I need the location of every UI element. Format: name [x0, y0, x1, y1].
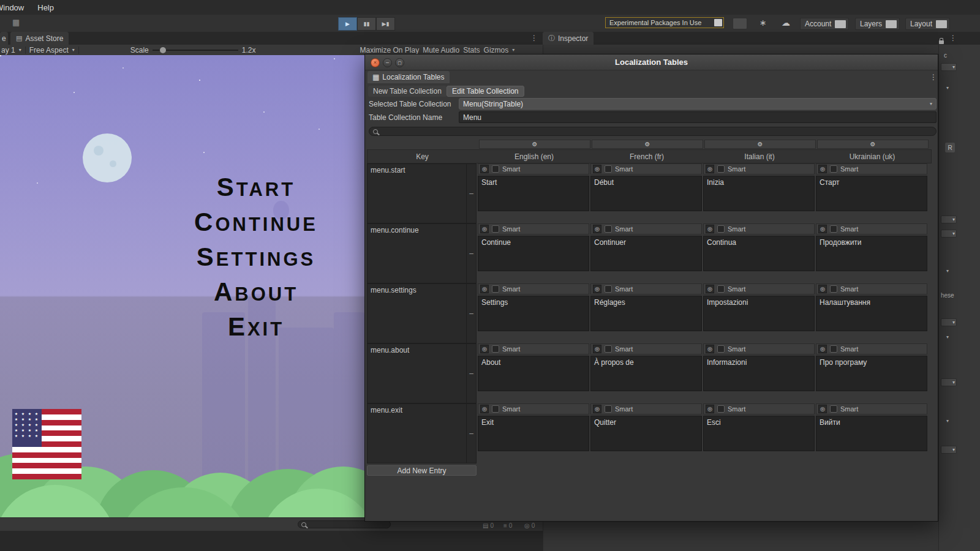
entry-key-cell[interactable]: menu.settings: [367, 283, 467, 343]
selected-collection-dropdown[interactable]: Menu(StringTable) ▾: [459, 98, 937, 110]
mini-dropdown[interactable]: ▾: [941, 63, 957, 71]
account-dropdown[interactable]: Account: [800, 18, 849, 30]
smart-checkbox[interactable]: [492, 165, 499, 173]
status-count[interactable]: ≡0: [503, 522, 512, 529]
game-menu-start[interactable]: Start: [72, 173, 364, 204]
status-count[interactable]: ▤0: [483, 522, 494, 529]
toolbar-button[interactable]: [733, 18, 747, 29]
inspector-menu-icon[interactable]: ⋮: [949, 34, 957, 42]
smart-checkbox[interactable]: [830, 345, 837, 353]
stats-toggle[interactable]: Stats: [463, 46, 480, 54]
translation-text-field[interactable]: Exit: [478, 416, 589, 451]
entry-key-cell[interactable]: menu.about: [367, 343, 467, 403]
maximize-button[interactable]: ▢: [395, 58, 404, 67]
localization-tab[interactable]: ▦ Localization Tables: [368, 71, 450, 83]
translation-text-field[interactable]: Quitter: [590, 416, 702, 451]
translation-text-field[interactable]: Вийти: [816, 416, 927, 451]
translation-text-field[interactable]: Esci: [703, 416, 815, 451]
collection-name-field[interactable]: Menu: [459, 111, 937, 123]
translation-text-field[interactable]: Inizia: [703, 176, 815, 211]
menu-help[interactable]: Help: [36, 3, 55, 12]
minimize-button[interactable]: –: [383, 58, 392, 67]
step-button[interactable]: ▶▮: [376, 17, 395, 31]
chevron-down-icon[interactable]: ▾: [946, 268, 949, 274]
edit-table-collection-button[interactable]: Edit Table Collection: [447, 86, 524, 97]
entry-key-cell[interactable]: menu.continue: [367, 223, 467, 283]
translation-text-field[interactable]: Старт: [816, 176, 927, 211]
remove-entry-button[interactable]: –: [467, 223, 477, 283]
smart-checkbox[interactable]: [717, 285, 725, 293]
smart-checkbox[interactable]: [492, 285, 499, 293]
entry-key-cell[interactable]: menu.exit: [367, 403, 467, 463]
smart-checkbox[interactable]: [717, 225, 725, 233]
smart-checkbox[interactable]: [492, 225, 499, 233]
game-menu-continue[interactable]: Continue: [72, 208, 364, 239]
translation-text-field[interactable]: À propos de: [590, 356, 702, 391]
game-menu-exit[interactable]: Exit: [72, 312, 364, 344]
translation-text-field[interactable]: Réglages: [590, 296, 702, 331]
play-button[interactable]: ▶: [338, 17, 357, 31]
smart-checkbox[interactable]: [605, 345, 612, 353]
translation-text-field[interactable]: Start: [478, 176, 589, 211]
smart-checkbox[interactable]: [830, 225, 837, 233]
add-new-entry-button[interactable]: Add New Entry: [367, 465, 477, 476]
layers-dropdown[interactable]: Layers: [855, 18, 900, 30]
scale-slider-knob[interactable]: [160, 47, 166, 53]
entry-key-cell[interactable]: menu.start: [367, 163, 467, 223]
translation-text-field[interactable]: Налаштування: [816, 296, 927, 331]
smart-checkbox[interactable]: [717, 165, 725, 173]
remove-entry-button[interactable]: –: [467, 163, 477, 223]
tab-asset-store[interactable]: ▤ Asset Store: [10, 32, 69, 45]
display-dropdown[interactable]: ay 1: [1, 46, 15, 54]
column-settings-button[interactable]: ⚙: [704, 140, 816, 149]
smart-checkbox[interactable]: [605, 285, 612, 293]
maximize-on-play-toggle[interactable]: Maximize On Play: [360, 46, 419, 54]
translation-text-field[interactable]: About: [478, 356, 589, 391]
smart-checkbox[interactable]: [830, 405, 837, 413]
smart-checkbox[interactable]: [492, 345, 499, 353]
translation-text-field[interactable]: Impostazioni: [703, 296, 815, 331]
layout-dropdown[interactable]: Layout: [905, 18, 950, 30]
lock-icon[interactable]: [939, 40, 944, 44]
smart-checkbox[interactable]: [605, 225, 612, 233]
translation-text-field[interactable]: Début: [590, 176, 702, 211]
mini-dropdown[interactable]: ▾: [941, 378, 957, 386]
remove-entry-button[interactable]: –: [467, 343, 477, 403]
mini-dropdown[interactable]: ▾: [941, 230, 957, 238]
remove-entry-button[interactable]: –: [467, 283, 477, 343]
remove-entry-button[interactable]: –: [467, 403, 477, 463]
smart-checkbox[interactable]: [492, 405, 499, 413]
menu-window[interactable]: Window: [0, 3, 25, 12]
tab-fragment[interactable]: e: [0, 32, 8, 45]
chevron-down-icon[interactable]: ▾: [946, 418, 949, 424]
game-menu-about[interactable]: About: [72, 277, 364, 309]
new-table-collection-button[interactable]: New Table Collection: [368, 86, 447, 97]
smart-checkbox[interactable]: [717, 345, 725, 353]
translation-text-field[interactable]: Settings: [478, 296, 589, 331]
smart-checkbox[interactable]: [717, 405, 725, 413]
chevron-down-icon[interactable]: ▾: [946, 85, 949, 91]
game-view-menu-icon[interactable]: ⋮: [530, 34, 538, 42]
mini-dropdown[interactable]: ▾: [941, 318, 957, 326]
column-settings-button[interactable]: ⚙: [592, 140, 703, 149]
gizmos-dropdown[interactable]: Gizmos: [484, 46, 509, 54]
smart-checkbox[interactable]: [830, 285, 837, 293]
scale-slider[interactable]: [153, 50, 238, 51]
cloud-icon[interactable]: ☁: [782, 18, 790, 28]
smart-checkbox[interactable]: [830, 165, 837, 173]
tab-inspector[interactable]: ⓘ Inspector: [543, 32, 594, 45]
status-count[interactable]: ◎0: [524, 522, 535, 529]
close-button[interactable]: ×: [371, 58, 380, 67]
game-menu-settings[interactable]: Settings: [72, 242, 364, 274]
translation-text-field[interactable]: Continuer: [590, 236, 702, 271]
chevron-down-icon[interactable]: ▾: [946, 334, 949, 340]
mini-dropdown[interactable]: ▾: [941, 216, 957, 223]
column-settings-button[interactable]: ⚙: [479, 140, 590, 149]
aspect-dropdown[interactable]: Free Aspect: [29, 46, 69, 54]
mute-audio-toggle[interactable]: Mute Audio: [423, 46, 459, 54]
mini-dropdown[interactable]: ▾: [941, 446, 957, 454]
experimental-packages-badge[interactable]: Experimental Packages In Use: [605, 17, 724, 28]
translation-text-field[interactable]: Continua: [703, 236, 815, 271]
translation-text-field[interactable]: Про програму: [816, 356, 927, 391]
column-settings-button[interactable]: ⚙: [817, 140, 929, 149]
